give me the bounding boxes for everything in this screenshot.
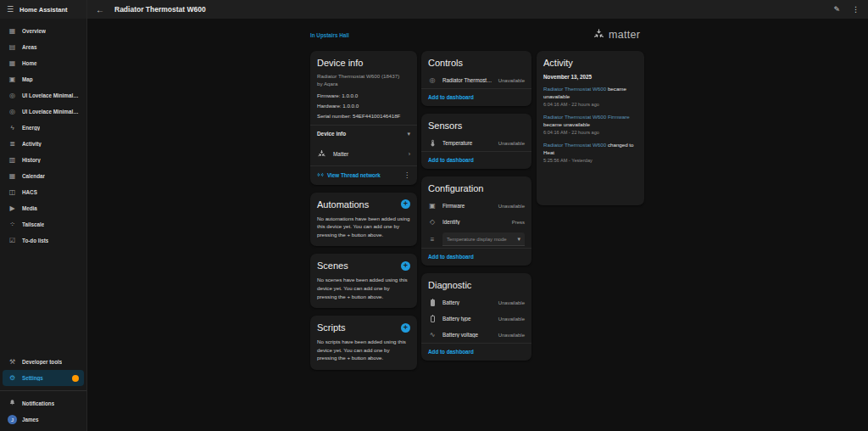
configuration-card: Configuration ▣ Firmware Unavailable ◇ I… bbox=[421, 176, 531, 266]
entity-state: Unavailable bbox=[498, 316, 525, 322]
activity-timestamp: 6:04:16 AM - 22 hours ago bbox=[543, 102, 637, 107]
header-actions: ✎ ⋮ bbox=[833, 5, 860, 14]
device-info-expander[interactable]: Device info ▾ bbox=[310, 125, 417, 143]
device-hardware: Hardware: 1.0.0.0 bbox=[317, 103, 410, 109]
sidebar-bottom: ⚒ Developer tools ⚙ Settings Notificatio… bbox=[0, 354, 86, 431]
home-dashboard-icon: ▦ bbox=[8, 59, 17, 67]
matter-integration-row[interactable]: Matter › bbox=[310, 143, 417, 165]
app-title: Home Assistant bbox=[19, 6, 67, 14]
sidebar-item-map[interactable]: ▣ Map bbox=[3, 71, 84, 87]
sidebar-item-ui-lovelace-minimalist-1[interactable]: ◎ UI Lovelace Minimalist bbox=[3, 87, 84, 104]
device-info-block: Radiator Thermostat W600 (18437) by Aqar… bbox=[310, 72, 417, 119]
hacs-icon: ◫ bbox=[8, 188, 17, 196]
sidebar-item-settings[interactable]: ⚙ Settings bbox=[3, 370, 84, 386]
add-to-dashboard-link[interactable]: Add to dashboard bbox=[428, 254, 525, 260]
automations-card: Automations + No automations have been a… bbox=[310, 193, 417, 247]
entity-row-firmware[interactable]: ▣ Firmware Unavailable bbox=[428, 198, 525, 214]
device-firmware: Firmware: 1.0.0.0 bbox=[317, 92, 410, 98]
add-to-dashboard-link[interactable]: Add to dashboard bbox=[428, 94, 525, 100]
lightning-bolt-icon: ϟ bbox=[8, 124, 17, 132]
activity-entry: Radiator Thermostat W600 changed to Heat… bbox=[537, 141, 644, 169]
activity-date: November 13, 2025 bbox=[537, 72, 644, 85]
scenes-empty-text: No scenes have been added using this dev… bbox=[310, 274, 417, 308]
sidebar-item-developer-tools[interactable]: ⚒ Developer tools bbox=[3, 354, 84, 370]
sidebar-item-hacs[interactable]: ◫ HACS bbox=[3, 184, 84, 200]
sidebar-item-tailscale[interactable]: ⁘ Tailscale bbox=[3, 216, 84, 232]
add-to-dashboard-link[interactable]: Add to dashboard bbox=[428, 157, 525, 163]
add-automation-button[interactable]: + bbox=[401, 199, 410, 209]
entity-link[interactable]: Radiator Thermostat W600 Firmware bbox=[543, 114, 630, 120]
area-link[interactable]: In Upstairs Hall bbox=[310, 32, 349, 38]
scripts-header: Scripts + bbox=[310, 316, 417, 336]
menu-icon[interactable]: ☰ bbox=[7, 5, 14, 14]
sidebar-items: ▦ Overview ▤ Areas ▦ Home ▣ Map ◎ UI Lov… bbox=[0, 19, 86, 354]
activity-card: Activity November 13, 2025 Radiator Ther… bbox=[537, 51, 644, 205]
sidebar-item-history[interactable]: ▥ History bbox=[3, 152, 84, 168]
entity-link[interactable]: Radiator Thermostat W600 bbox=[543, 142, 606, 148]
temperature-display-mode-select[interactable]: Temperature display mode ▾ bbox=[442, 232, 525, 246]
sidebar-item-activity[interactable]: ≣ Activity bbox=[3, 136, 84, 152]
entity-state: Unavailable bbox=[498, 333, 525, 338]
history-chart-icon: ▥ bbox=[8, 156, 17, 164]
scenes-title: Scenes bbox=[317, 260, 348, 271]
tailscale-icon: ⁘ bbox=[8, 221, 17, 228]
press-button[interactable]: Press bbox=[512, 220, 525, 225]
entity-row-battery[interactable]: Battery Unavailable bbox=[428, 294, 525, 311]
view-dashboard-icon: ▦ bbox=[8, 27, 17, 35]
add-scene-button[interactable]: + bbox=[401, 261, 410, 271]
sidebar-item-todo-lists[interactable]: ☑ To-do lists bbox=[3, 232, 84, 249]
sidebar-item-media[interactable]: ▶ Media bbox=[3, 200, 84, 216]
device-info-card: Device info Radiator Thermostat W600 (18… bbox=[310, 51, 417, 185]
scenes-card: Scenes + No scenes have been added using… bbox=[310, 254, 417, 308]
matter-wordmark: matter bbox=[609, 29, 640, 41]
sidebar-item-ui-lovelace-minimalist-2[interactable]: ◎ UI Lovelace Minimalist bbox=[3, 104, 84, 120]
sidebar-item-notifications[interactable]: Notifications bbox=[3, 395, 84, 411]
entity-row-battery-voltage[interactable]: ∿ Battery voltage Unavailable bbox=[428, 327, 525, 343]
view-thread-network-link[interactable]: View Thread network bbox=[317, 171, 381, 178]
add-script-button[interactable]: + bbox=[401, 323, 410, 333]
lovelace-icon: ◎ bbox=[8, 92, 17, 99]
matter-logo: matter bbox=[593, 28, 640, 41]
areas-icon: ▤ bbox=[8, 43, 17, 51]
back-arrow-icon[interactable]: ← bbox=[96, 5, 104, 14]
column-entities: Controls ◎ Radiator Thermostat… Unavaila… bbox=[421, 51, 531, 361]
activity-timestamp: 6:04:16 AM - 22 hours ago bbox=[543, 130, 637, 135]
format-list-icon: ≡ bbox=[428, 236, 437, 243]
kebab-menu-icon[interactable]: ⋮ bbox=[403, 171, 410, 179]
sidebar-divider bbox=[0, 390, 86, 391]
temperature-display-mode-row: ≡ Temperature display mode ▾ bbox=[428, 232, 525, 246]
play-box-icon: ▶ bbox=[8, 204, 17, 212]
kebab-menu-icon[interactable]: ⋮ bbox=[852, 5, 860, 14]
scripts-card: Scripts + No scripts have been added usi… bbox=[310, 316, 417, 370]
sidebar-item-calendar[interactable]: ▦ Calendar bbox=[3, 168, 84, 184]
entity-row-temperature[interactable]: Temperature Unavailable bbox=[428, 135, 525, 151]
battery-outline-icon bbox=[428, 316, 437, 322]
sidebar-item-areas[interactable]: ▤ Areas bbox=[3, 39, 84, 55]
controls-footer: Add to dashboard bbox=[421, 88, 531, 106]
add-to-dashboard-link[interactable]: Add to dashboard bbox=[428, 349, 525, 355]
sensors-card: Sensors Temperature Unavailable Add to d… bbox=[421, 114, 531, 169]
identify-target-icon: ◇ bbox=[428, 218, 437, 226]
sine-wave-icon: ∿ bbox=[428, 331, 437, 339]
sidebar-item-profile[interactable]: J James bbox=[3, 411, 84, 428]
battery-icon bbox=[428, 299, 437, 306]
controls-title: Controls bbox=[421, 51, 531, 72]
access-point-icon bbox=[317, 171, 324, 178]
sidebar-item-energy[interactable]: ϟ Energy bbox=[3, 120, 84, 136]
sidebar-item-overview[interactable]: ▦ Overview bbox=[3, 23, 84, 39]
activity-entry: Radiator Thermostat W600 became unavaila… bbox=[537, 85, 644, 113]
entity-row-battery-type[interactable]: Battery type Unavailable bbox=[428, 311, 525, 327]
entity-link[interactable]: Radiator Thermostat W600 bbox=[543, 86, 606, 92]
entity-row-thermostat[interactable]: ◎ Radiator Thermostat… Unavailable bbox=[428, 72, 525, 88]
calendar-icon: ▦ bbox=[8, 172, 17, 180]
sidebar-item-home[interactable]: ▦ Home bbox=[3, 55, 84, 71]
sidebar-header: ☰ Home Assistant bbox=[0, 0, 86, 19]
chevron-down-icon: ▾ bbox=[407, 131, 410, 137]
entity-row-identify[interactable]: ◇ Identify Press bbox=[428, 214, 525, 230]
sidebar: ☰ Home Assistant ▦ Overview ▤ Areas ▦ Ho… bbox=[0, 0, 87, 431]
chevron-right-icon: › bbox=[409, 151, 410, 157]
edit-pencil-icon[interactable]: ✎ bbox=[833, 5, 840, 14]
scripts-title: Scripts bbox=[317, 322, 346, 333]
device-model: Radiator Thermostat W600 (18437) bbox=[317, 72, 410, 80]
gear-icon: ⚙ bbox=[8, 374, 17, 382]
